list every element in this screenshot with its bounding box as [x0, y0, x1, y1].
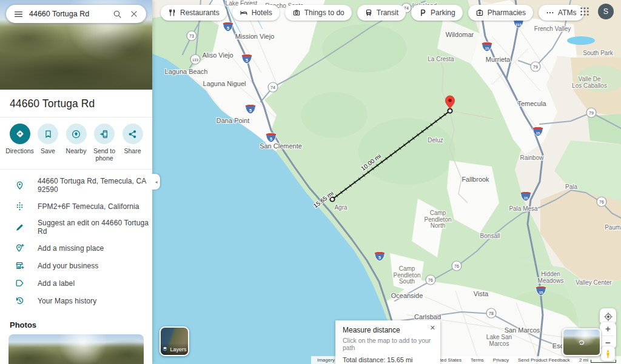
place-title-block: 44660 Tortuga Rd: [0, 90, 152, 117]
svg-text:5: 5: [227, 26, 229, 30]
detail-row[interactable]: Add your business: [0, 257, 152, 274]
map-label: Pala: [565, 184, 577, 190]
detail-text: FPM2+6F Temecula, California: [38, 202, 139, 211]
nearby-icon: [66, 124, 87, 144]
layers-button[interactable]: Layers: [159, 326, 189, 356]
detail-row[interactable]: Add a missing place: [0, 239, 152, 257]
map-label: Oceanside: [391, 292, 423, 299]
chip-things-to-do[interactable]: Things to do: [285, 5, 352, 21]
place-actions: Directions Save Nearby Send to phone Sha…: [0, 117, 152, 170]
thumb-photo-texture: [8, 334, 144, 364]
chip-label: Pharmacies: [488, 8, 526, 17]
map-label: Dana Point: [217, 117, 249, 124]
route-shield-76: 76: [597, 197, 606, 207]
things-to-do-icon: [292, 8, 301, 17]
zoom-controls: + −: [600, 322, 616, 349]
chip-transit[interactable]: Transit: [357, 5, 406, 21]
action-nearby[interactable]: Nearby: [62, 124, 90, 162]
map-label: Temecula: [517, 100, 546, 107]
chip-pharmacies[interactable]: Pharmacies: [468, 5, 533, 21]
action-save[interactable]: Save: [35, 124, 62, 162]
svg-text:5: 5: [249, 108, 252, 113]
chip-parking[interactable]: Parking: [411, 5, 463, 21]
detail-text: Suggest an edit on 44660 Tortuga Rd: [38, 219, 152, 236]
map-canvas[interactable]: 5555515151515215731337474797976767678 La…: [152, 0, 621, 364]
place-pin-icon: [15, 180, 25, 191]
menu-icon[interactable]: [12, 8, 24, 20]
detail-text: Your Maps history: [38, 297, 96, 305]
attribution-link[interactable]: Privacy: [493, 357, 509, 363]
chip-atms[interactable]: ATMs: [539, 5, 583, 21]
measure-distance-popup: ✕ Measure distance Click on the map to a…: [335, 320, 440, 364]
chip-label: Parking: [431, 8, 455, 17]
map-label: Vista: [474, 290, 489, 297]
close-measure-popup-icon[interactable]: ✕: [430, 324, 435, 332]
action-directions[interactable]: Directions: [6, 124, 33, 162]
attribution-link[interactable]: Send Product Feedback: [518, 357, 570, 363]
route-shield-74: 74: [268, 82, 278, 92]
pencil-icon: [15, 222, 25, 233]
layers-label: Layers: [170, 346, 186, 352]
google-maps-app: 44660 Tortuga Rd Directions Save Nearby …: [0, 0, 621, 364]
add-place-icon: [15, 243, 25, 253]
place-panel: 44660 Tortuga Rd Directions Save Nearby …: [0, 0, 152, 364]
detail-text: Add a label: [38, 279, 75, 288]
place-details: 44660 Tortuga Rd, Temecula, CA 92590 FPM…: [0, 170, 152, 312]
map-label: San Marcos: [505, 326, 540, 334]
category-chips: RestaurantsHotelsThings to doTransitPark…: [161, 5, 584, 21]
route-shield-76: 76: [452, 261, 462, 271]
detail-row[interactable]: Add a label: [0, 274, 152, 292]
account-avatar[interactable]: S: [598, 4, 614, 19]
route-shield-76: 76: [426, 275, 435, 285]
svg-text:5: 5: [270, 137, 272, 141]
clear-search-icon[interactable]: [128, 8, 140, 20]
search-icon[interactable]: [111, 8, 123, 20]
place-hero-photo[interactable]: [0, 0, 152, 90]
place-photo-thumbnail[interactable]: [8, 334, 144, 364]
map-label: Carlsbad: [414, 313, 441, 320]
action-label: Share: [124, 147, 141, 154]
map-label: Wildomar: [446, 31, 474, 38]
action-label: Directions: [5, 147, 34, 154]
measure-popup-subtitle: Click on the map to add to your path: [343, 337, 433, 351]
map-label: Laguna Beach: [165, 68, 208, 75]
map-label: French Valley: [534, 25, 571, 32]
detail-row[interactable]: 44660 Tortuga Rd, Temecula, CA 92590: [0, 173, 152, 197]
detail-row[interactable]: Your Maps history: [0, 292, 152, 309]
detail-row[interactable]: FPM2+6F Temecula, California: [0, 197, 152, 215]
streetview-preview-thumbnail[interactable]: [562, 328, 601, 356]
save-icon: [38, 124, 58, 144]
map-label: Murrieta: [486, 56, 511, 63]
attribution-link[interactable]: Terms: [471, 357, 484, 363]
svg-text:5: 5: [378, 256, 381, 260]
google-apps-icon[interactable]: [580, 7, 589, 16]
layers-icon: [162, 346, 168, 353]
route-shield-133: 133: [190, 55, 200, 64]
action-share[interactable]: Share: [119, 124, 146, 162]
atms-icon: [546, 8, 554, 17]
detail-text: 44660 Tortuga Rd, Temecula, CA 92590: [38, 177, 152, 194]
collapse-side-panel-button[interactable]: ◂: [152, 174, 160, 190]
place-title: 44660 Tortuga Rd: [10, 98, 143, 110]
svg-text:15: 15: [524, 196, 528, 200]
detail-row[interactable]: Suggest an edit on 44660 Tortuga Rd: [0, 215, 152, 239]
directions-icon: [10, 124, 30, 144]
photos-heading: Photos: [0, 312, 152, 334]
detail-text: Add a missing place: [38, 244, 104, 253]
svg-text:73: 73: [189, 34, 194, 38]
search-bar[interactable]: [6, 5, 146, 23]
chip-label: ATMs: [558, 8, 576, 17]
label-icon: [15, 278, 25, 288]
chip-label: Things to do: [304, 8, 344, 17]
chip-hotels[interactable]: Hotels: [232, 5, 280, 21]
pegman-control[interactable]: [601, 346, 615, 361]
search-input[interactable]: [29, 10, 106, 18]
chip-label: Hotels: [252, 8, 272, 17]
action-send-to-phone[interactable]: Send to phone: [91, 124, 118, 162]
zoom-in-button[interactable]: +: [600, 322, 616, 336]
pharmacies-icon: [475, 8, 484, 17]
map-label: HiddenMeadows: [538, 271, 564, 284]
chip-label: Transit: [377, 8, 398, 17]
scale-label: 2 mi: [579, 357, 588, 363]
chip-restaurants[interactable]: Restaurants: [161, 5, 227, 21]
